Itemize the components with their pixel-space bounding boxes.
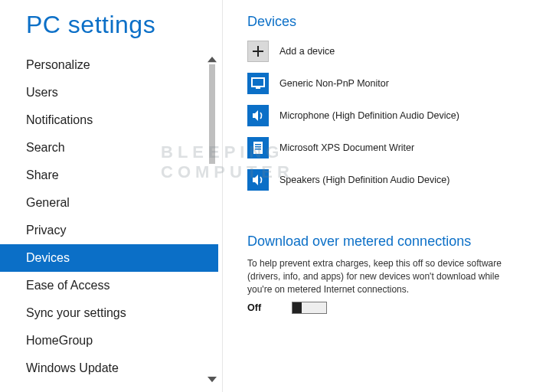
toggle-handle (293, 302, 302, 313)
speaker-icon (247, 105, 269, 126)
sidebar-item-personalize[interactable]: Personalize (0, 51, 218, 79)
device-row-microphone[interactable]: Microphone (High Definition Audio Device… (247, 105, 516, 126)
sidebar-item-homegroup[interactable]: HomeGroup (0, 327, 218, 354)
scroll-thumb[interactable] (209, 64, 215, 164)
svg-rect-4 (255, 146, 261, 148)
vertical-divider (222, 0, 223, 392)
main-panel: Devices Add a device Generic Non-PnP Mon… (218, 0, 536, 392)
sidebar-item-sync-settings[interactable]: Sync your settings (0, 299, 218, 327)
sidebar-item-windows-update[interactable]: Windows Update (0, 354, 218, 382)
sidebar-item-ease-of-access[interactable]: Ease of Access (0, 272, 218, 299)
svg-rect-0 (252, 78, 264, 87)
svg-rect-2 (253, 142, 263, 154)
pc-settings-app: PC settings Personalize Users Notificati… (0, 0, 536, 392)
sidebar-scrollbar[interactable] (208, 55, 217, 384)
sidebar-item-general[interactable]: General (0, 189, 218, 217)
toggle-state-label: Off (247, 302, 261, 313)
device-label: Microphone (High Definition Audio Device… (279, 110, 459, 121)
app-title: PC settings (0, 0, 218, 51)
device-row-monitor[interactable]: Generic Non-PnP Monitor (247, 73, 516, 94)
sidebar-item-search[interactable]: Search (0, 134, 218, 162)
metered-section-title: Download over metered connections (247, 234, 516, 250)
sidebar-item-share[interactable]: Share (0, 162, 218, 189)
sidebar: PC settings Personalize Users Notificati… (0, 0, 218, 392)
nav-list: Personalize Users Notifications Search S… (0, 51, 218, 382)
device-label: Add a device (279, 46, 335, 57)
printer-icon (247, 137, 269, 158)
sidebar-item-users[interactable]: Users (0, 79, 218, 106)
sidebar-item-notifications[interactable]: Notifications (0, 106, 218, 134)
monitor-icon (247, 73, 269, 94)
scroll-track[interactable] (208, 64, 217, 375)
svg-rect-5 (255, 149, 261, 150)
scroll-down-arrow-icon[interactable] (208, 375, 217, 384)
metered-description: To help prevent extra charges, keep this… (247, 257, 508, 296)
sidebar-item-privacy[interactable]: Privacy (0, 217, 218, 244)
device-label: Generic Non-PnP Monitor (279, 78, 389, 89)
svg-rect-3 (255, 144, 261, 145)
sidebar-item-devices[interactable]: Devices (0, 244, 218, 272)
device-label: Speakers (High Definition Audio Device) (279, 175, 449, 185)
add-device-row[interactable]: Add a device (247, 41, 516, 62)
metered-toggle-row: Off (247, 302, 516, 314)
add-icon (247, 41, 269, 62)
device-row-speakers[interactable]: Speakers (High Definition Audio Device) (247, 169, 516, 191)
metered-toggle[interactable] (292, 302, 327, 314)
scroll-up-arrow-icon[interactable] (208, 55, 217, 64)
device-label: Microsoft XPS Document Writer (279, 142, 414, 153)
devices-section-title: Devices (247, 14, 516, 30)
nav-scroll-area: Personalize Users Notifications Search S… (0, 51, 218, 392)
devices-list: Add a device Generic Non-PnP Monitor Mic… (247, 41, 516, 191)
speaker-icon (247, 169, 269, 191)
svg-rect-1 (256, 87, 260, 89)
device-row-xps-writer[interactable]: Microsoft XPS Document Writer (247, 137, 516, 158)
